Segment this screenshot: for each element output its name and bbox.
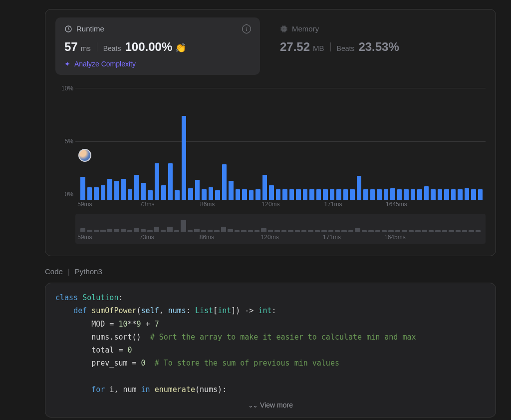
- chart-bar[interactable]: [161, 185, 166, 200]
- chart-bar[interactable]: [471, 189, 476, 200]
- chart-bar[interactable]: [323, 189, 328, 200]
- runtime-panel[interactable]: Runtime i 57 ms Beats 100.00% 👏 ✦ Analyz…: [55, 17, 260, 75]
- divider: [330, 42, 331, 51]
- chip-icon: [280, 25, 288, 33]
- code-content: class Solution: def sumOfPower(self, num…: [55, 291, 486, 396]
- chart-bar[interactable]: [175, 190, 180, 200]
- chart-bar[interactable]: [465, 188, 470, 200]
- analyze-label: Analyze Complexity: [74, 60, 136, 68]
- chart-bar[interactable]: [444, 189, 449, 200]
- chart-minimap[interactable]: 59ms73ms86ms120ms171ms1645ms: [75, 214, 486, 244]
- chart-bar[interactable]: [141, 183, 146, 200]
- clock-icon: [64, 25, 72, 33]
- chart-bar[interactable]: [107, 179, 112, 200]
- chart-bar[interactable]: [384, 189, 389, 200]
- chart-bar[interactable]: [101, 185, 106, 200]
- chart-bars: [80, 95, 483, 200]
- chart-bar[interactable]: [303, 189, 308, 200]
- divider: |: [68, 267, 70, 276]
- chart-bar[interactable]: [431, 189, 436, 200]
- memory-title: Memory: [292, 24, 319, 33]
- chart-bar[interactable]: [148, 190, 153, 200]
- chart-bar[interactable]: [80, 177, 85, 200]
- chart-bar[interactable]: [404, 189, 409, 200]
- chart-bar[interactable]: [282, 189, 287, 200]
- chart-bar[interactable]: [209, 187, 214, 200]
- chart-bar[interactable]: [242, 189, 247, 200]
- memory-beats-value: 23.53%: [358, 40, 399, 54]
- runtime-distribution-chart[interactable]: 10% 5% 0% 59ms73ms86ms120ms171ms1645ms: [55, 85, 486, 210]
- memory-beats-label: Beats: [337, 44, 355, 52]
- chart-bar[interactable]: [316, 189, 321, 200]
- chart-bar[interactable]: [202, 189, 207, 200]
- chart-bar[interactable]: [330, 189, 335, 200]
- analyze-complexity-button[interactable]: ✦ Analyze Complexity: [64, 60, 251, 68]
- chart-bar[interactable]: [87, 187, 92, 200]
- chevron-down-icon: ⌄⌄: [248, 402, 257, 409]
- chart-bar[interactable]: [236, 189, 241, 200]
- performance-card: Runtime i 57 ms Beats 100.00% 👏 ✦ Analyz…: [45, 9, 496, 256]
- code-label: Code: [45, 267, 63, 276]
- memory-panel[interactable]: Memory 27.52 MB Beats 23.53%: [280, 17, 486, 61]
- code-section: Code | Python3 class Solution: def sumOf…: [45, 267, 496, 418]
- chart-bar[interactable]: [289, 189, 294, 200]
- chart-bar[interactable]: [411, 189, 416, 200]
- chart-bar[interactable]: [438, 189, 443, 200]
- chart-bar[interactable]: [370, 189, 375, 200]
- beats-label: Beats: [103, 44, 121, 52]
- chart-bar[interactable]: [336, 189, 341, 200]
- chart-bar[interactable]: [222, 164, 227, 200]
- chart-bar[interactable]: [309, 189, 314, 200]
- chart-bar[interactable]: [296, 189, 301, 200]
- view-more-button[interactable]: ⌄⌄ View more: [55, 401, 486, 409]
- chart-bar[interactable]: [128, 189, 133, 200]
- chart-bar[interactable]: [249, 190, 254, 200]
- chart-bar[interactable]: [343, 189, 348, 200]
- chart-bar[interactable]: [229, 181, 234, 200]
- runtime-beats-value: 100.00%: [125, 40, 173, 54]
- chart-y-axis: 10% 5% 0%: [55, 85, 73, 200]
- chart-bar[interactable]: [182, 116, 187, 200]
- code-language: Python3: [75, 267, 102, 276]
- chart-bar[interactable]: [269, 185, 274, 200]
- chart-bar[interactable]: [256, 189, 260, 200]
- chart-bar[interactable]: [134, 175, 139, 200]
- chart-bar[interactable]: [397, 189, 402, 200]
- divider: [97, 42, 97, 51]
- info-icon[interactable]: i: [242, 24, 251, 33]
- chart-bar[interactable]: [363, 189, 368, 200]
- chart-bar[interactable]: [357, 176, 362, 200]
- chart-bar[interactable]: [276, 189, 281, 200]
- chart-bar[interactable]: [451, 189, 456, 200]
- chart-bar[interactable]: [168, 163, 173, 200]
- chart-x-axis: 59ms73ms86ms120ms171ms1645ms: [80, 201, 483, 210]
- chart-bar[interactable]: [262, 175, 267, 200]
- svg-rect-2: [283, 28, 285, 30]
- chart-bar[interactable]: [195, 180, 200, 200]
- runtime-value: 57: [64, 40, 78, 54]
- chart-bar[interactable]: [350, 189, 355, 200]
- svg-rect-1: [282, 27, 286, 31]
- sparkle-icon: ✦: [64, 60, 70, 68]
- clap-icon: 👏: [175, 42, 186, 53]
- chart-bar[interactable]: [188, 188, 193, 200]
- chart-bar[interactable]: [94, 187, 99, 200]
- chart-bar[interactable]: [390, 188, 395, 200]
- chart-bar[interactable]: [424, 186, 429, 200]
- chart-bar[interactable]: [478, 189, 483, 200]
- code-block[interactable]: class Solution: def sumOfPower(self, num…: [45, 283, 496, 418]
- view-more-label: View more: [260, 401, 293, 409]
- memory-unit: MB: [313, 44, 324, 52]
- chart-bar[interactable]: [417, 189, 422, 200]
- chart-bar[interactable]: [121, 179, 126, 200]
- chart-bar[interactable]: [377, 189, 382, 200]
- chart-bar[interactable]: [215, 190, 220, 200]
- memory-value: 27.52: [280, 40, 310, 54]
- runtime-unit: ms: [81, 44, 91, 52]
- runtime-title: Runtime: [76, 24, 104, 33]
- chart-bar[interactable]: [155, 163, 160, 200]
- chart-bar[interactable]: [114, 181, 119, 200]
- chart-bar[interactable]: [458, 189, 463, 200]
